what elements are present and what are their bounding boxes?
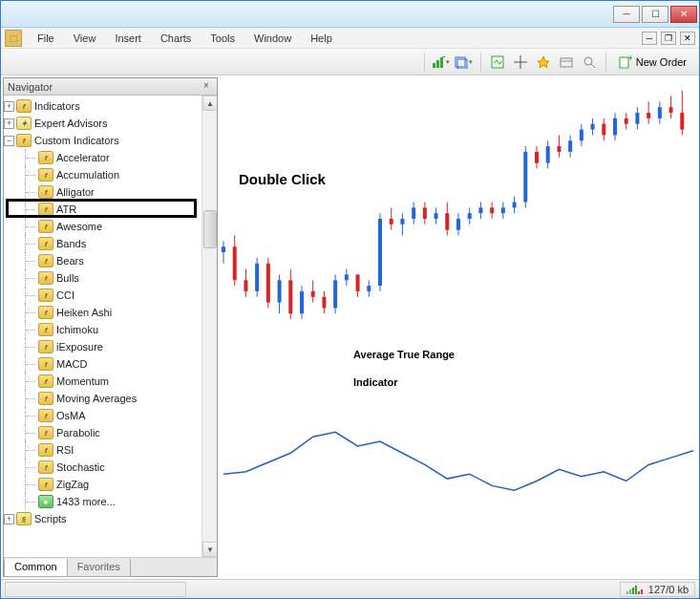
svg-rect-49	[400, 219, 404, 225]
tree-item-bears[interactable]: fBears	[4, 252, 202, 269]
menu-insert[interactable]: Insert	[105, 30, 151, 47]
scroll-thumb[interactable]	[203, 210, 217, 248]
svg-rect-55	[435, 213, 438, 219]
new-order-button[interactable]: + New Order	[612, 52, 693, 73]
svg-rect-17	[222, 246, 225, 252]
tree-item-cci[interactable]: fCCI	[4, 287, 202, 304]
menu-charts[interactable]: Charts	[151, 30, 201, 47]
svg-rect-83	[591, 124, 595, 130]
svg-rect-67	[501, 207, 505, 213]
window-minimize-button[interactable]: ─	[613, 6, 640, 23]
tree-item-accumulation[interactable]: fAccumulation	[4, 166, 202, 183]
strategy-tester-icon[interactable]	[579, 52, 600, 73]
tree-toggle-icon[interactable]: +	[4, 118, 14, 129]
menu-view[interactable]: View	[64, 30, 106, 47]
svg-rect-41	[356, 274, 360, 291]
tree-item-bulls[interactable]: fBulls	[4, 269, 202, 287]
svg-rect-87	[613, 118, 617, 136]
tab-favorites[interactable]: Favorites	[67, 559, 131, 577]
mdi-restore-button[interactable]: ❐	[661, 32, 676, 45]
svg-rect-10	[561, 58, 572, 67]
menu-help[interactable]: Help	[301, 30, 342, 47]
tree-item-indicators[interactable]: +fIndicators	[4, 97, 202, 115]
annotation-title: Average True RangeIndicator	[353, 338, 455, 393]
svg-rect-53	[423, 207, 427, 219]
tree-label: Moving Averages	[56, 393, 137, 404]
tree-label: Stochastic	[56, 461, 105, 473]
menu-window[interactable]: Window	[244, 30, 301, 47]
svg-rect-25	[266, 264, 270, 303]
tree-item-momentum[interactable]: fMomentum	[4, 373, 202, 390]
svg-point-12	[584, 57, 592, 65]
svg-rect-99	[680, 113, 684, 130]
svg-line-13	[591, 64, 595, 68]
new-chart-icon[interactable]: +▾	[431, 52, 452, 73]
navigator-close-button[interactable]: ×	[200, 80, 213, 94]
tree-label: Accumulation	[56, 169, 119, 181]
svg-rect-19	[233, 246, 237, 280]
tree-item-parabolic[interactable]: fParabolic	[4, 424, 202, 441]
navigator-tree[interactable]: +fIndicators+✦Expert Advisors−fCustom In…	[4, 96, 202, 557]
tree-item-ichimoku[interactable]: fIchimoku	[4, 321, 202, 338]
tree-label: CCI	[56, 289, 74, 301]
tree-item-stochastic[interactable]: fStochastic	[4, 459, 202, 476]
svg-rect-91	[635, 113, 639, 124]
tree-item-rsi[interactable]: fRSI	[4, 441, 202, 459]
mdi-minimize-button[interactable]: ─	[642, 32, 657, 45]
indicator-icon: f	[38, 392, 53, 405]
navigator-icon[interactable]	[533, 52, 554, 73]
tree-item-zigzag[interactable]: fZigZag	[4, 476, 202, 493]
navigator-scrollbar[interactable]: ▲ ▼	[202, 96, 217, 557]
tree-item-bands[interactable]: fBands	[4, 235, 202, 252]
tree-item-expert-advisors[interactable]: +✦Expert Advisors	[4, 115, 202, 132]
tree-label: Custom Indicators	[34, 135, 119, 146]
market-watch-icon[interactable]	[487, 52, 508, 73]
tree-item-awesome[interactable]: fAwesome	[4, 218, 202, 235]
indicator-icon: f	[38, 203, 53, 216]
window-maximize-button[interactable]: ☐	[642, 6, 668, 23]
svg-rect-77	[557, 146, 561, 152]
navigator-tree-wrap: +fIndicators+✦Expert Advisors−fCustom In…	[4, 96, 217, 557]
terminal-icon[interactable]	[556, 52, 577, 73]
tree-label: Alligator	[56, 186, 95, 198]
profiles-icon[interactable]: ▾	[454, 52, 475, 73]
tree-item-osma[interactable]: fOsMA	[4, 407, 202, 424]
tree-item-scripts[interactable]: +§Scripts	[4, 510, 202, 527]
svg-rect-71	[523, 152, 527, 203]
scroll-up-button[interactable]: ▲	[202, 96, 217, 111]
tree-item-moving-averages[interactable]: fMoving Averages	[4, 390, 202, 407]
content-area: Navigator × +fIndicators+✦Expert Advisor…	[1, 75, 699, 579]
svg-rect-1	[436, 60, 439, 68]
tree-toggle-icon[interactable]: +	[4, 514, 14, 524]
tree-item-more[interactable]: ●1433 more...	[4, 493, 202, 510]
window-close-button[interactable]: ✕	[670, 6, 697, 23]
svg-rect-37	[333, 280, 337, 308]
tree-label: Awesome	[56, 221, 102, 232]
svg-rect-45	[378, 219, 382, 286]
tree-label: MACD	[56, 358, 87, 370]
indicator-icon: f	[38, 254, 53, 267]
svg-rect-61	[468, 213, 472, 219]
svg-rect-47	[390, 219, 393, 225]
indicator-icon: f	[16, 99, 32, 113]
svg-rect-89	[625, 118, 628, 124]
tree-item-accelerator[interactable]: fAccelerator	[4, 149, 202, 166]
tree-item-heiken-ashi[interactable]: fHeiken Ashi	[4, 304, 202, 321]
tab-common[interactable]: Common	[4, 559, 68, 577]
tree-item-alligator[interactable]: fAlligator	[4, 183, 202, 201]
chart-area[interactable]: Double Click Average True RangeIndicator	[220, 75, 699, 579]
mdi-close-button[interactable]: ✕	[680, 32, 695, 45]
crosshair-icon[interactable]	[510, 52, 531, 73]
menu-file[interactable]: File	[28, 30, 64, 47]
tree-toggle-icon[interactable]: +	[4, 101, 14, 112]
tree-toggle-icon[interactable]: −	[4, 136, 14, 146]
menu-tools[interactable]: Tools	[201, 30, 244, 47]
scroll-down-button[interactable]: ▼	[202, 542, 217, 557]
tree-item-custom-indicators[interactable]: −fCustom Indicators	[4, 132, 202, 149]
tree-item-iexposure[interactable]: fiExposure	[4, 338, 202, 355]
status-segment	[5, 582, 186, 597]
svg-rect-27	[278, 280, 282, 302]
tree-item-atr[interactable]: fATR	[4, 201, 202, 218]
tree-item-macd[interactable]: fMACD	[4, 355, 202, 373]
new-order-icon: +	[619, 55, 632, 69]
